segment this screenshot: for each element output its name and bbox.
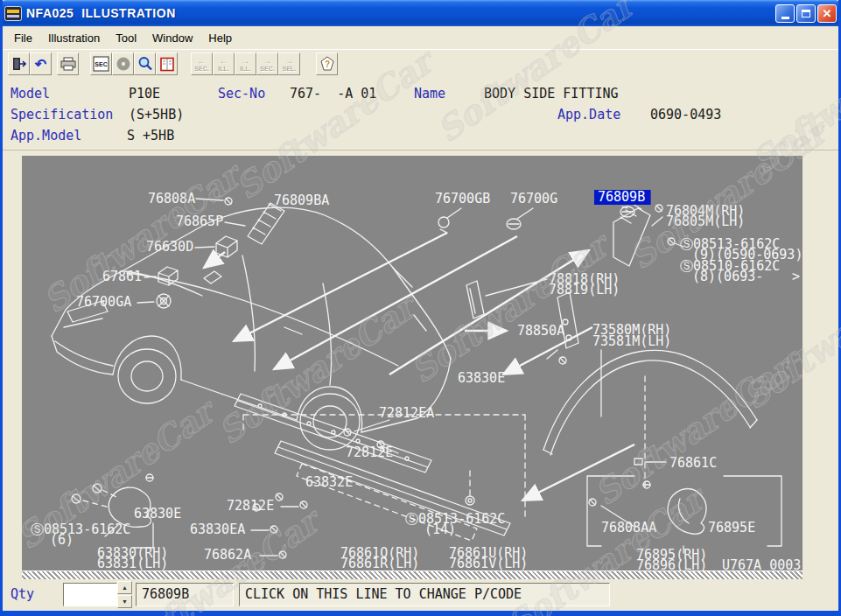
close-icon: ✕ (823, 8, 832, 19)
part-label[interactable]: 78850A (517, 323, 564, 339)
pcode-field[interactable]: 76809B (136, 583, 234, 606)
part-label[interactable]: 76805M(LH) (666, 214, 745, 229)
qty-up-button[interactable]: ▲ (117, 581, 132, 594)
next-section-button[interactable]: →SEC. (256, 52, 278, 75)
prev-section-button[interactable]: ←SEC. (191, 52, 213, 75)
title-bar[interactable]: NFA025 ILLUSTRATION ✕ (0, 0, 841, 26)
svg-text:?: ? (324, 60, 329, 69)
maximize-button[interactable] (796, 4, 816, 23)
illustration-area[interactable]: 76808A76809BA76865P76630D6786176700GA767… (22, 156, 802, 570)
part-label[interactable]: 63830EA (190, 522, 245, 537)
horizontal-scrollbar[interactable] (22, 570, 802, 579)
secno-label: Sec-No (218, 86, 265, 102)
part-label[interactable]: 73581M(LH) (592, 333, 671, 349)
select-label: →SEL. (283, 57, 297, 72)
part-label[interactable]: 72812EA (379, 405, 434, 421)
appdate-value: 0690-0493 (650, 107, 721, 122)
exit-door-icon (11, 56, 27, 72)
undo-button[interactable]: ↶ (30, 52, 52, 75)
part-label[interactable]: (14) (424, 522, 456, 537)
prev-illustration-label: ←ILL. (218, 57, 228, 72)
part-label[interactable]: 78819(LH) (549, 282, 620, 298)
part-label[interactable]: 76809B (598, 189, 645, 205)
toolbar: ↶ SEC (3, 50, 838, 79)
name-label: Name (414, 86, 445, 102)
part-label[interactable]: Ⓢ08513-6162C (31, 522, 130, 537)
part-label[interactable]: 63831(LH) (97, 556, 168, 570)
part-label[interactable]: 63830E (458, 370, 505, 386)
prev-illustration-button[interactable]: ←ILL. (213, 52, 235, 75)
part-label[interactable]: > (792, 269, 800, 284)
part-label[interactable]: 76895E (708, 520, 755, 536)
sec-list-button[interactable]: SEC (90, 52, 112, 75)
undo-arrow-icon: ↶ (35, 56, 46, 73)
model-value: P10E (129, 86, 160, 102)
menu-tool[interactable]: Tool (108, 29, 144, 47)
part-label[interactable]: 76700G (510, 191, 557, 206)
app-window: NFA025 ILLUSTRATION ✕ File Illustration … (0, 0, 841, 616)
part-label[interactable]: 76809BA (274, 192, 329, 208)
qty-down-button[interactable]: ▼ (117, 595, 132, 608)
disc-button[interactable] (112, 52, 134, 75)
menu-help[interactable]: Help (200, 29, 240, 47)
qty-label: Qty (11, 586, 34, 602)
qty-input[interactable] (63, 583, 117, 606)
minimize-button[interactable] (775, 4, 795, 23)
appdate-label: App.Date (557, 107, 620, 122)
close-button[interactable]: ✕ (817, 4, 837, 23)
pcode-change-message[interactable]: CLICK ON THIS LINE TO CHANGE P/CODE (239, 583, 610, 606)
part-label[interactable]: 76808A (148, 191, 195, 206)
fast-app-icon (4, 6, 22, 21)
next-illustration-button[interactable]: →ILL. (235, 52, 256, 75)
spec-label: Specification (11, 107, 113, 122)
part-label[interactable]: U767A 0003 (722, 557, 801, 570)
menu-file[interactable]: File (6, 29, 40, 47)
zoom-button[interactable] (134, 52, 156, 75)
select-button[interactable]: →SEL. (278, 52, 300, 75)
exit-button[interactable] (8, 52, 30, 75)
part-info-panel: Model P10E Sec-No 767- -A 01 Name BODY S… (3, 79, 838, 150)
part-label[interactable]: 76865P (176, 214, 223, 229)
down-arrow-icon: ▼ (122, 598, 128, 605)
help-button[interactable]: ? (316, 52, 338, 75)
window-title: NFA025 ILLUSTRATION (26, 6, 176, 20)
part-label[interactable]: 76861R(LH) (340, 556, 419, 570)
menu-illustration[interactable]: Illustration (40, 29, 108, 47)
part-label[interactable]: 72812E (346, 444, 393, 460)
part-label[interactable]: 63832E (305, 474, 353, 490)
part-label[interactable]: 76700GB (435, 191, 490, 206)
part-label[interactable]: 76808AA (601, 520, 656, 536)
part-label[interactable]: 63830E (134, 506, 181, 522)
disc-icon (116, 56, 131, 72)
help-icon: ? (319, 56, 335, 72)
minimize-icon (781, 17, 789, 19)
part-label[interactable]: 76862A (204, 547, 251, 563)
appmodel-value: S +5HB (127, 128, 174, 144)
magnifier-icon (137, 56, 153, 72)
part-label[interactable]: (8)(0693- (692, 269, 763, 284)
part-label[interactable]: (6) (50, 532, 74, 548)
part-label[interactable]: 67861 (102, 269, 142, 284)
name-value: BODY SIDE FITTING (484, 86, 619, 102)
svg-text:SEC: SEC (95, 61, 107, 67)
illustration-canvas: 76808A76809BA76865P76630D6786176700GA767… (3, 150, 838, 580)
secno-value: 767- -A 01 (290, 86, 376, 102)
part-label[interactable]: 76861V(LH) (449, 556, 528, 570)
note-button[interactable] (156, 52, 178, 75)
part-label[interactable]: 72812E (227, 498, 274, 514)
maximize-icon (802, 10, 810, 18)
next-section-label: →SEC. (260, 57, 274, 72)
bottom-bar: Qty ▲ ▼ 76809B CLICK ON THIS LINE TO CHA… (3, 579, 838, 611)
up-arrow-icon: ▲ (122, 584, 128, 591)
part-label[interactable]: 76861C (669, 455, 717, 471)
printer-icon (60, 57, 76, 71)
qty-stepper: ▲ ▼ (117, 581, 132, 608)
menu-window[interactable]: Window (144, 29, 200, 47)
book-icon (159, 57, 175, 72)
part-label[interactable]: 76896(LH) (636, 557, 707, 570)
part-label[interactable]: 76700GA (76, 294, 131, 310)
model-label: Model (11, 86, 50, 102)
part-label[interactable]: 76630D (146, 239, 193, 255)
print-button[interactable] (57, 52, 79, 75)
spec-value: (S+5HB) (129, 107, 184, 122)
